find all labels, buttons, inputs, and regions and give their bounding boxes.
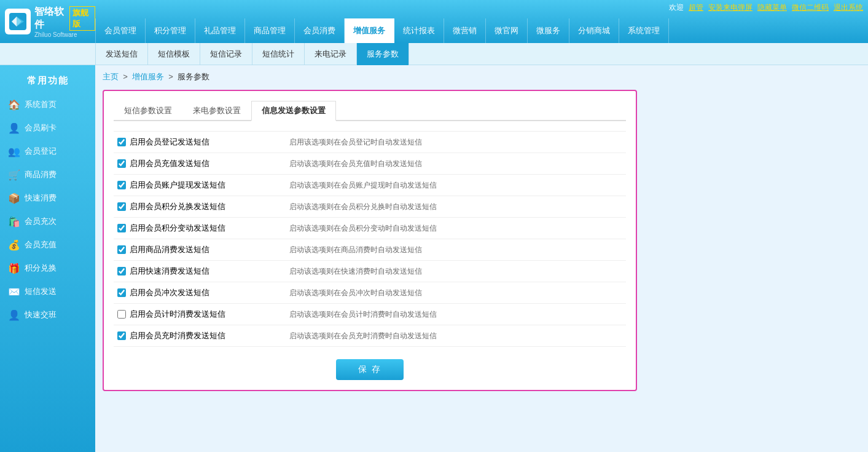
nav-item-9[interactable]: 微服务 [528, 18, 569, 43]
settings-label-9: 启用会员充时消费发送短信 [130, 330, 225, 341]
nav-item-10[interactable]: 分销商城 [569, 18, 619, 43]
settings-card: 短信参数设置来电参数设置信息发送参数设置 启用会员登记发送短信 启用该选项则在会… [103, 90, 637, 391]
top-right-bar: 欢迎 超管 安装来电弹屏 隐藏菜单 微信二维码 退出系统 [669, 2, 863, 13]
sidebar-item-8[interactable]: ✉️ 短信发送 [0, 280, 95, 303]
sidebar-item-2[interactable]: 👥 会员登记 [0, 140, 95, 163]
tab-0[interactable]: 短信参数设置 [114, 101, 182, 121]
settings-row-3: 启用会员积分兑换发送短信 启动该选项则在会员积分兑换时自动发送短信 [114, 196, 626, 218]
checkbox-2[interactable] [117, 181, 126, 189]
settings-row-6: 启用快速消费发送短信 启动该选项则在快速消费时自动发送短信 [114, 261, 626, 282]
settings-desc-2: 启动该选项则在会员账户提现时自动发送短信 [289, 181, 437, 189]
nav-item-3[interactable]: 商品管理 [245, 18, 295, 43]
save-row: 保 存 [114, 359, 626, 380]
settings-desc-1: 启动该选项则在会员充值时自动发送短信 [289, 159, 422, 168]
sidebar-icon-0: 🏠 [7, 98, 21, 111]
settings-label-0: 启用会员登记发送短信 [130, 137, 209, 148]
sub-nav-item-5[interactable]: 服务参数 [357, 43, 409, 65]
tab-1[interactable]: 来电参数设置 [182, 101, 251, 121]
save-button[interactable]: 保 存 [336, 359, 404, 380]
sidebar-icon-7: 🎁 [7, 261, 21, 275]
checkbox-4[interactable] [117, 224, 126, 232]
sub-nav-item-4[interactable]: 来电记录 [305, 43, 357, 65]
sidebar-item-7[interactable]: 🎁 积分兑换 [0, 256, 95, 280]
sidebar-item-6[interactable]: 💰 会员充值 [0, 233, 95, 256]
settings-desc-9: 启动该选项则在会员充时消费时自动发送短信 [289, 331, 437, 340]
nav-item-8[interactable]: 微官网 [486, 18, 528, 43]
username-link[interactable]: 超管 [689, 2, 703, 13]
settings-desc-5: 启动该选项则在商品消费时自动发送短信 [289, 245, 422, 254]
nav-item-11[interactable]: 系统管理 [619, 18, 669, 43]
settings-row-2: 启用会员账户提现发送短信 启动该选项则在会员账户提现时自动发送短信 [114, 175, 626, 196]
wechat-qr-link[interactable]: 微信二维码 [792, 2, 829, 13]
settings-label-7: 启用会员冲次发送短信 [130, 287, 209, 298]
settings-desc-7: 启动该选项则在会员冲次时自动发送短信 [289, 288, 422, 297]
checkbox-5[interactable] [117, 245, 126, 254]
sidebar-icon-6: 💰 [7, 238, 21, 252]
top-header: 智络软件 旗舰版 Zhiluo Software 会员管理积分管理礼品管理商品管… [0, 0, 868, 43]
sidebar-icon-3: 🛒 [7, 168, 21, 181]
breadcrumb-home[interactable]: 主页 [103, 72, 119, 81]
settings-row-7: 启用会员冲次发送短信 启动该选项则在会员冲次时自动发送短信 [114, 282, 626, 304]
checkbox-1[interactable] [117, 159, 126, 168]
checkbox-6[interactable] [117, 267, 126, 276]
settings-desc-0: 启用该选项则在会员登记时自动发送短信 [289, 138, 422, 146]
main-content: 主页 > 增值服务 > 服务参数 短信参数设置来电参数设置信息发送参数设置 启用… [95, 65, 868, 452]
sidebar-title: 常用功能 [0, 70, 95, 93]
settings-label-6: 启用快速消费发送短信 [130, 266, 209, 277]
settings-desc-3: 启动该选项则在会员积分兑换时自动发送短信 [289, 202, 437, 211]
sidebar-item-1[interactable]: 👤 会员刷卡 [0, 116, 95, 140]
sub-nav-item-2[interactable]: 短信记录 [200, 43, 252, 65]
sidebar-label-0: 系统首页 [25, 99, 57, 110]
sidebar-icon-9: 👤 [7, 308, 21, 322]
sidebar-label-5: 会员充次 [25, 216, 57, 227]
sidebar-label-8: 短信发送 [25, 286, 57, 297]
tab-bar: 短信参数设置来电参数设置信息发送参数设置 [114, 101, 626, 121]
nav-item-5[interactable]: 增值服务 [345, 18, 394, 43]
settings-label-5: 启用商品消费发送短信 [130, 244, 209, 255]
settings-desc-6: 启动该选项则在快速消费时自动发送短信 [289, 267, 422, 276]
install-screen-link[interactable]: 安装来电弹屏 [708, 2, 753, 13]
nav-item-7[interactable]: 微营销 [444, 18, 486, 43]
checkbox-9[interactable] [117, 331, 126, 340]
sidebar-label-7: 积分兑换 [25, 263, 57, 274]
breadcrumb: 主页 > 增值服务 > 服务参数 [103, 71, 861, 82]
sidebar-label-9: 快速交班 [25, 309, 57, 320]
nav-item-0[interactable]: 会员管理 [95, 18, 146, 43]
sidebar-label-6: 会员充值 [25, 239, 57, 250]
logo-flagship: 旗舰版 [69, 6, 95, 31]
sidebar-item-0[interactable]: 🏠 系统首页 [0, 93, 95, 116]
sidebar-item-4[interactable]: 📦 快速消费 [0, 186, 95, 210]
checkbox-8[interactable] [117, 310, 126, 319]
settings-desc-8: 启动该选项则在会员计时消费时自动发送短信 [289, 310, 437, 319]
checkbox-3[interactable] [117, 202, 126, 211]
hide-menu-link[interactable]: 隐藏菜单 [757, 2, 787, 13]
logout-link[interactable]: 退出系统 [834, 2, 863, 13]
logo-en: Zhiluo Software [34, 31, 95, 38]
sidebar-label-1: 会员刷卡 [25, 122, 57, 133]
sidebar-item-5[interactable]: 🛍️ 会员充次 [0, 210, 95, 233]
settings-label-3: 启用会员积分兑换发送短信 [130, 201, 225, 212]
nav-item-1[interactable]: 积分管理 [146, 18, 195, 43]
checkbox-0[interactable] [117, 138, 126, 146]
tab-2[interactable]: 信息发送参数设置 [251, 101, 336, 121]
sub-nav: 发送短信短信模板短信记录短信统计来电记录服务参数 [0, 43, 868, 65]
sidebar-label-2: 会员登记 [25, 146, 57, 157]
settings-row-0: 启用会员登记发送短信 启用该选项则在会员登记时自动发送短信 [114, 132, 626, 153]
sub-nav-item-3[interactable]: 短信统计 [252, 43, 305, 65]
sidebar-icon-2: 👥 [7, 145, 21, 158]
sidebar-icon-5: 🛍️ [7, 215, 21, 228]
nav-item-4[interactable]: 会员消费 [295, 18, 345, 43]
breadcrumb-parent[interactable]: 增值服务 [132, 72, 164, 81]
settings-label-4: 启用会员积分变动发送短信 [130, 223, 225, 234]
checkbox-7[interactable] [117, 288, 126, 297]
sidebar-item-9[interactable]: 👤 快速交班 [0, 303, 95, 327]
layout: 常用功能 🏠 系统首页👤 会员刷卡👥 会员登记🛒 商品消费📦 快速消费🛍️ 会员… [0, 65, 868, 452]
nav-item-2[interactable]: 礼品管理 [195, 18, 245, 43]
sidebar-item-3[interactable]: 🛒 商品消费 [0, 163, 95, 186]
sub-nav-item-1[interactable]: 短信模板 [148, 43, 200, 65]
sub-nav-item-0[interactable]: 发送短信 [95, 43, 148, 65]
settings-row-8: 启用会员计时消费发送短信 启动该选项则在会员计时消费时自动发送短信 [114, 304, 626, 325]
logo-icon [5, 9, 31, 34]
nav-item-6[interactable]: 统计报表 [394, 18, 444, 43]
logo-cn: 智络软件 [34, 6, 67, 31]
